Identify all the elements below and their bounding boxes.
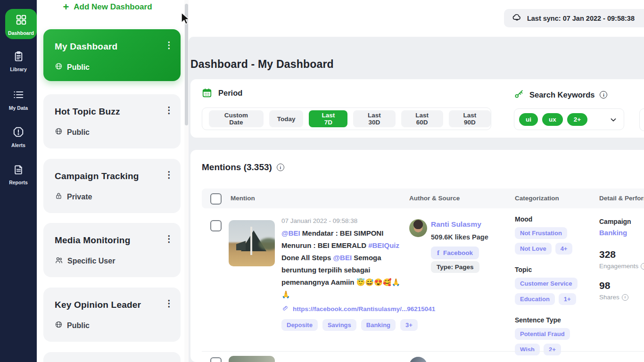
facebook-icon: f <box>437 249 439 257</box>
mention-thumbnail[interactable] <box>229 220 275 266</box>
clipboard-icon <box>13 50 25 63</box>
mention-tag[interactable]: Savings <box>322 319 356 331</box>
link-icon <box>281 304 289 313</box>
type-badge: Type: Pages <box>431 261 479 273</box>
mention-hashtag[interactable]: #BEIQuiz <box>368 241 399 249</box>
plus-icon: + <box>63 2 69 12</box>
grid-icon <box>15 14 27 27</box>
mood-pill-more[interactable]: 4+ <box>555 243 573 255</box>
mention-tag[interactable]: Deposite <box>281 319 318 331</box>
topic-pill-more[interactable]: 1+ <box>559 293 576 305</box>
period-label: Period <box>218 89 242 98</box>
keywords-dropdown[interactable]: ui ux 2+ <box>514 108 624 130</box>
row-checkbox[interactable] <box>210 220 222 231</box>
dashboard-card-campaign-tracking[interactable]: Campaign Tracking ⋮ Private <box>43 159 181 213</box>
dashboard-card-my-dashboard[interactable]: My Dashboard ⋮ Public <box>43 29 181 81</box>
filters-card: Period Custom Date Today Last 7D Last 30… <box>190 79 644 138</box>
visibility-label: Private <box>67 193 92 201</box>
sentence-pill[interactable]: Potential Fraud <box>515 328 570 340</box>
dashboard-card-media-monitoring[interactable]: Media Monitoring ⋮ Specific User <box>43 223 181 277</box>
period-custom-date-button[interactable]: Custom Date <box>209 110 264 127</box>
mention-link[interactable]: @BEI <box>333 254 352 262</box>
shares-label: Shares <box>599 294 619 301</box>
topic-pill[interactable]: Customer Service <box>515 278 578 289</box>
kebab-menu-icon[interactable]: ⋮ <box>165 107 171 113</box>
add-new-dashboard-button[interactable]: + Add New Dashboard <box>37 1 178 13</box>
info-icon[interactable]: i <box>277 164 284 171</box>
source-badge[interactable]: f Facebook <box>431 247 479 259</box>
nav-item-dashboard[interactable]: Dashboard <box>5 9 37 39</box>
dashboard-card-key-opinion-leader[interactable]: Key Opinion Leader ⋮ Public <box>43 288 181 342</box>
mood-pill[interactable]: Not Frustation <box>515 227 567 239</box>
globe-icon <box>55 127 63 137</box>
keywords-dropdown-partial[interactable] <box>639 108 644 131</box>
dashboard-card-hot-topic-buzz[interactable]: Hot Topic Buzz ⋮ Public <box>43 94 181 148</box>
mention-thumbnail[interactable] <box>229 356 275 362</box>
nav-label: My Data <box>9 105 28 111</box>
dashboard-card-title: My Dashboard <box>55 41 117 52</box>
lock-icon <box>55 192 63 202</box>
visibility-label: Specific User <box>67 257 115 265</box>
keyword-tag[interactable]: ui <box>519 113 538 126</box>
kebab-menu-icon[interactable]: ⋮ <box>165 236 171 242</box>
topic-pill[interactable]: Education <box>515 293 555 305</box>
sidebar-scrollbar[interactable] <box>184 0 189 362</box>
table-row: 07 Januari 2022 - 09:58:38 @BEI Mendatar… <box>202 214 644 352</box>
dashboard-card-title: Media Monitoring <box>55 235 130 246</box>
row-divider <box>202 351 644 352</box>
author-name[interactable]: Ranti Sulasmy <box>431 220 481 229</box>
dashboard-card-title: Campaign Tracking <box>55 171 139 181</box>
dashboards-panel: + Add New Dashboard My Dashboard ⋮ Publi… <box>37 0 189 362</box>
visibility-label: Public <box>67 63 90 72</box>
period-last-30d-button[interactable]: Last 30D <box>353 110 395 127</box>
author-avatar[interactable] <box>409 219 427 237</box>
alert-octagon-icon <box>12 126 25 139</box>
campaign-value[interactable]: Banking <box>599 229 644 237</box>
period-last-7d-button[interactable]: Last 7D <box>309 110 347 127</box>
nav-item-library[interactable]: Library <box>0 50 37 72</box>
author-avatar[interactable] <box>409 357 427 362</box>
kebab-menu-icon[interactable]: ⋮ <box>165 301 171 306</box>
info-icon[interactable]: i <box>641 263 644 270</box>
info-icon[interactable]: i <box>600 91 607 99</box>
select-all-checkbox[interactable] <box>210 193 222 205</box>
dashboard-card-title: Key Opinion Leader <box>55 300 141 310</box>
mention-tag[interactable]: Banking <box>361 319 396 331</box>
table-header: Mention Author & Source Categorization D… <box>202 189 644 208</box>
row-checkbox[interactable] <box>210 357 222 362</box>
mention-tag-more[interactable]: 3+ <box>400 319 418 331</box>
mention-date: 07 Januari 2022 - 09:58:38 <box>281 217 407 224</box>
search-keywords-label: Search Keywords <box>529 90 594 99</box>
report-icon <box>13 164 25 176</box>
visibility-label: Public <box>67 321 90 330</box>
kebab-menu-icon[interactable]: ⋮ <box>165 42 171 48</box>
period-last-90d-button[interactable]: Last 90D <box>449 110 491 127</box>
globe-icon <box>55 321 63 330</box>
period-last-60d-button[interactable]: Last 60D <box>401 110 443 127</box>
info-icon[interactable]: i <box>622 294 628 301</box>
period-button-group: Custom Date Today Last 7D Last 30D Last … <box>202 107 491 130</box>
key-icon <box>514 89 524 101</box>
shares-value: 98 <box>599 280 644 291</box>
calendar-icon <box>202 88 212 98</box>
nav-item-alerts[interactable]: Alerts <box>0 126 37 148</box>
mention-url[interactable]: https://facebook.com/Rantisulasmy/...962… <box>281 304 407 313</box>
mentions-card: Mentions (3.353) i Mention Author & Sour… <box>190 150 644 362</box>
sentence-type-label: Sentence Type <box>515 316 600 324</box>
content-background: Dashboard - My Dashboard Period Custom D… <box>189 37 644 362</box>
nav-item-my-data[interactable]: My Data <box>0 89 37 111</box>
mention-link[interactable]: @BEI <box>281 229 300 237</box>
period-today-button[interactable]: Today <box>269 110 304 127</box>
keyword-tag[interactable]: 2+ <box>567 113 587 126</box>
nav-label: Alerts <box>11 142 25 148</box>
keyword-tag[interactable]: ux <box>542 113 563 126</box>
scrollbar-thumb[interactable] <box>185 4 188 125</box>
column-header-author: Author & Source <box>409 195 460 202</box>
chevron-down-icon[interactable] <box>609 115 618 126</box>
dashboard-card-partial[interactable] <box>43 352 181 362</box>
mood-label: Mood <box>515 215 600 223</box>
nav-item-reports[interactable]: Reports <box>0 164 37 185</box>
topic-label: Topic <box>515 266 600 273</box>
kebab-menu-icon[interactable]: ⋮ <box>165 172 171 178</box>
mood-pill[interactable]: Not Love <box>515 243 552 255</box>
